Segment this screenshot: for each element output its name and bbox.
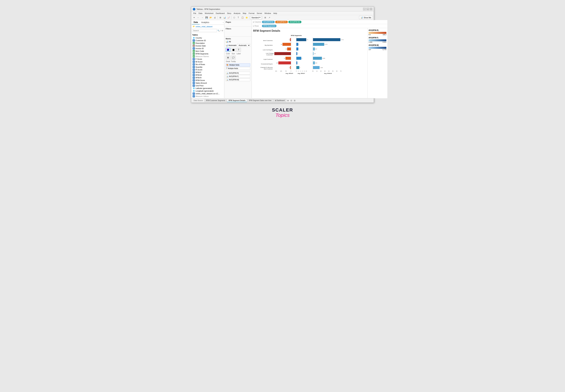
val-r-best: 9 (289, 39, 290, 40)
undo-button[interactable]: ✦ (192, 16, 196, 19)
field-item-code[interactable]: Abc Item Code (192, 50, 223, 53)
field-latitude[interactable]: 🌐 Latitude (generated) (192, 87, 223, 90)
forward-button[interactable]: → (201, 16, 204, 19)
color-button[interactable] (226, 48, 230, 52)
field-description[interactable]: Abc Description (192, 42, 223, 44)
panel-collapse-arrow[interactable]: ‹ (223, 21, 223, 23)
menu-worksheet[interactable]: Worksheet (204, 12, 214, 14)
data-source-tab[interactable]: Data Source (192, 99, 204, 102)
save-button[interactable]: 💾 (205, 16, 208, 19)
toolbar-btn-5[interactable]: T (237, 16, 240, 19)
menu-help[interactable]: Help (272, 12, 278, 14)
back-button[interactable]: ← (196, 16, 200, 19)
menu-file[interactable]: File (192, 12, 197, 14)
sheet-tab-rfm-sales[interactable]: RFM Segment Sales over time (247, 99, 273, 102)
field-rfm-score[interactable]: # RFM-Score (192, 79, 223, 82)
field-rfm-segments[interactable]: Abc RFM-Segments (192, 53, 223, 55)
color-label: Color (226, 53, 230, 55)
val-f-loyal: 5 (302, 58, 302, 59)
data-source-item[interactable]: 📁 online_retail_dataset (191, 25, 224, 28)
search-input[interactable] (192, 29, 217, 32)
bottom-tabs: Data Source RFM Customer Segments RFM Se… (191, 98, 374, 103)
field-csv[interactable]: # online_retail_dataset.csv (C... (192, 92, 223, 95)
close-button[interactable]: ✕ (370, 8, 372, 11)
menu-story[interactable]: Story (226, 12, 232, 14)
tab-sort-btn[interactable]: ⊞ (293, 99, 296, 102)
toolbar-btn-6[interactable]: 📋 (241, 16, 244, 19)
field-no-of-rows[interactable]: # No of Rows (192, 63, 223, 66)
menu-format[interactable]: Format (248, 12, 255, 14)
maximize-button[interactable]: ▭ (366, 8, 369, 11)
marks-avg-rfm-m[interactable]: 📊 AVG(RFM-M) (226, 78, 250, 81)
col-pill-rfm-m[interactable]: AVG(RFM-M) (288, 21, 301, 23)
seg-look-out: Look Out Buyers (263, 49, 273, 51)
detail-button[interactable]: ⊞ (226, 56, 230, 60)
hash-icon-7: # (193, 69, 195, 71)
field-invoice-id[interactable]: # Invoice ID (192, 47, 223, 50)
sheet-tab-rfm-customer[interactable]: RFM Customer Segments (205, 99, 227, 102)
chart-title: RFM Segment Details (253, 29, 366, 32)
menu-dashboard[interactable]: Dashboard (215, 12, 226, 14)
marks-avg-rfm-r[interactable]: 📊 AVG(RFM-R) (226, 72, 250, 74)
field-invoice-date[interactable]: 📅 Invoice Date (192, 44, 223, 47)
field-sales-amount[interactable]: # Sales Amount (192, 82, 223, 84)
sheet-tab-dashboard[interactable]: ⊞ Dashboard (273, 99, 286, 102)
r-tick-0: 0 (291, 70, 291, 72)
bar-r-pot (290, 66, 291, 69)
hash-icon-11: # (193, 79, 195, 82)
toolbar-btn-4[interactable]: ⬡ (232, 16, 236, 19)
menu-map[interactable]: Map (242, 12, 247, 14)
add-tab-btn[interactable]: ⊕ (286, 99, 289, 102)
field-longitude[interactable]: 🌐 Longitude (generated) (192, 90, 223, 92)
field-measure-values[interactable]: # Measure Values (192, 95, 223, 98)
col-pill-rfm-r[interactable]: AVG(RFM-R) (262, 21, 275, 23)
print-button[interactable]: 🖨 (213, 16, 217, 19)
menu-analysis[interactable]: Analysis (233, 12, 241, 14)
abc-icon-2: Abc (193, 50, 195, 52)
toolbar-btn-1[interactable]: ⊞ (219, 16, 222, 19)
search-icon[interactable]: 🔍 (217, 29, 220, 32)
toolbar-btn-2[interactable]: 📊 (223, 16, 226, 19)
marks-avg-rfm-f[interactable]: 📊 AVG(RFM-F) (226, 75, 250, 78)
marks-color-field[interactable]: 🎨 Multiple fields (226, 63, 250, 67)
show-me-button[interactable]: 📊 Show Me (359, 16, 373, 19)
tab-analytics[interactable]: Analytics (200, 21, 211, 24)
field-country[interactable]: 🌐 Country (192, 37, 223, 39)
open-button[interactable]: 📂 (209, 16, 212, 19)
menu-server[interactable]: Server (256, 12, 263, 14)
field-customer-id[interactable]: # Customer ID (192, 39, 223, 42)
menu-data[interactable]: Data (198, 12, 203, 14)
label-button[interactable]: T (236, 48, 241, 52)
filter-icon[interactable]: ▽ (220, 29, 221, 32)
size-button[interactable]: ⬤ (231, 48, 236, 52)
marks-label-field[interactable]: T Multiple fields (226, 67, 250, 70)
sort-icon[interactable]: ⊞ (222, 29, 223, 32)
bar-m-occ (313, 61, 315, 64)
col-pill-rfm-f[interactable]: AVG(RFM-F) (275, 21, 288, 23)
val-m-big: 2,374 (325, 44, 327, 45)
field-rfm-r[interactable]: # RFM-R (192, 76, 223, 79)
field-quantity[interactable]: # Quantity (192, 66, 223, 68)
minimize-button[interactable]: ─ (363, 8, 366, 11)
toolbar-btn-3[interactable]: 📈 (227, 16, 230, 19)
field-unit-price[interactable]: # Unit Price (192, 84, 223, 87)
standard-dropdown[interactable]: Standard ▾ (250, 16, 262, 19)
share-button[interactable]: ↗ (268, 16, 271, 19)
search-icons: 🔍 ▽ ⊞ (217, 29, 223, 32)
tooltip-button[interactable]: 💬 (231, 56, 236, 60)
tab-prev-btn[interactable]: ⊟ (290, 99, 293, 102)
marks-type-selector[interactable]: Automatic Bar Line Area (237, 44, 250, 47)
field-rfm-m[interactable]: # RFM-M (192, 74, 223, 76)
tab-data[interactable]: Data (192, 20, 200, 24)
field-f-score[interactable]: # F-Score (192, 58, 223, 60)
field-m-score[interactable]: # M-Score (192, 60, 223, 63)
toolbar-btn-7[interactable]: ⭐ (245, 16, 248, 19)
field-rfm-f[interactable]: # RFM-F (192, 71, 223, 74)
bar-m-pot (313, 66, 320, 69)
row-pill-rfm-segments[interactable]: RFM-Segments (262, 25, 277, 27)
sheet-tab-rfm-segment[interactable]: RFM Segment Details (227, 99, 247, 102)
menu-window[interactable]: Window (264, 12, 272, 14)
fit-button[interactable]: ⊞ (263, 16, 267, 19)
field-r-score[interactable]: # R-Score (192, 68, 223, 71)
field-measure-names[interactable]: Abc Measure Names (192, 55, 223, 58)
